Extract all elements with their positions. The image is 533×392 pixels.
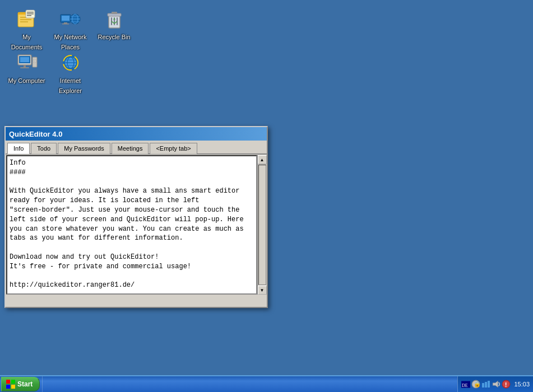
system-tray: DE 🔒 ! 1 <box>457 376 533 392</box>
tray-volume-icon[interactable] <box>492 380 500 389</box>
quickeditor-titlebar[interactable]: QuickEditor 4.0 <box>6 127 267 141</box>
internet-explorer-icon <box>59 52 82 74</box>
desktop-icon-my-network[interactable]: My Network Places <box>49 6 91 54</box>
quickeditor-scrollbar: ▲ ▼ <box>257 155 266 295</box>
recycle-bin-label: Recycle Bin <box>98 34 130 40</box>
svg-rect-49 <box>488 381 490 388</box>
quickeditor-content-area: Info #### With QuickEditor you always ha… <box>6 155 267 295</box>
tray-security-icon[interactable]: 🔒 <box>471 380 480 389</box>
tab-todo[interactable]: Todo <box>31 143 57 154</box>
svg-rect-27 <box>24 65 26 67</box>
scroll-track[interactable] <box>258 165 266 285</box>
start-button[interactable]: Start <box>1 377 40 391</box>
tray-alert-icon[interactable]: ! <box>502 380 511 389</box>
desktop-icon-my-documents[interactable]: My Documents <box>6 6 48 54</box>
desktop-icon-recycle-bin[interactable]: Recycle Bin <box>93 6 135 44</box>
system-clock: 15:03 <box>514 381 530 388</box>
scroll-up-button[interactable]: ▲ <box>258 155 267 164</box>
quickeditor-textarea[interactable]: Info #### With QuickEditor you always ha… <box>6 155 257 295</box>
svg-rect-26 <box>20 57 29 62</box>
tab-my-passwords[interactable]: My Passwords <box>58 143 110 154</box>
svg-rect-10 <box>62 16 69 21</box>
svg-rect-3 <box>20 19 31 20</box>
svg-rect-47 <box>482 383 484 388</box>
desktop-icon-my-computer[interactable]: My Computer <box>6 49 48 87</box>
svg-rect-39 <box>6 380 10 384</box>
my-network-icon <box>59 8 82 30</box>
svg-rect-8 <box>27 15 31 16</box>
svg-text:🔒: 🔒 <box>474 380 480 388</box>
taskbar-middle <box>42 376 457 392</box>
scroll-down-button[interactable]: ▼ <box>258 286 267 295</box>
svg-rect-40 <box>11 380 15 384</box>
svg-rect-4 <box>20 21 28 22</box>
tray-network-icon[interactable] <box>481 380 490 389</box>
taskbar: Start DE 🔒 <box>0 375 533 392</box>
svg-rect-7 <box>27 13 34 15</box>
svg-text:DE: DE <box>462 382 468 388</box>
svg-rect-48 <box>485 382 487 388</box>
my-network-label: My Network Places <box>54 34 86 50</box>
desktop-icon-internet-explorer[interactable]: Internet Explorer <box>49 49 91 97</box>
recycle-bin-icon <box>103 8 126 30</box>
svg-rect-6 <box>27 12 34 13</box>
start-windows-icon <box>6 380 15 389</box>
my-documents-icon <box>16 8 38 30</box>
tab-info[interactable]: Info <box>7 143 30 154</box>
quickeditor-window: QuickEditor 4.0 Info Todo My Passwords M… <box>4 126 268 308</box>
svg-point-31 <box>34 60 35 62</box>
svg-rect-28 <box>20 67 29 68</box>
svg-rect-20 <box>112 12 117 14</box>
start-label: Start <box>17 380 33 388</box>
svg-rect-41 <box>6 385 10 389</box>
my-computer-icon <box>16 52 38 74</box>
quickeditor-title: QuickEditor 4.0 <box>9 130 62 138</box>
internet-explorer-label: Internet Explorer <box>59 77 82 94</box>
svg-text:!: ! <box>505 381 507 388</box>
quickeditor-tabs: Info Todo My Passwords Meetings <Empty t… <box>6 141 267 155</box>
tab-empty[interactable]: <Empty tab> <box>150 143 197 154</box>
tray-language-icon[interactable]: DE <box>461 380 470 389</box>
my-computer-label: My Computer <box>8 77 45 84</box>
tab-meetings[interactable]: Meetings <box>112 143 149 154</box>
svg-rect-42 <box>11 385 15 389</box>
svg-rect-12 <box>62 24 69 25</box>
svg-marker-50 <box>493 381 498 387</box>
my-documents-label: My Documents <box>11 34 43 50</box>
